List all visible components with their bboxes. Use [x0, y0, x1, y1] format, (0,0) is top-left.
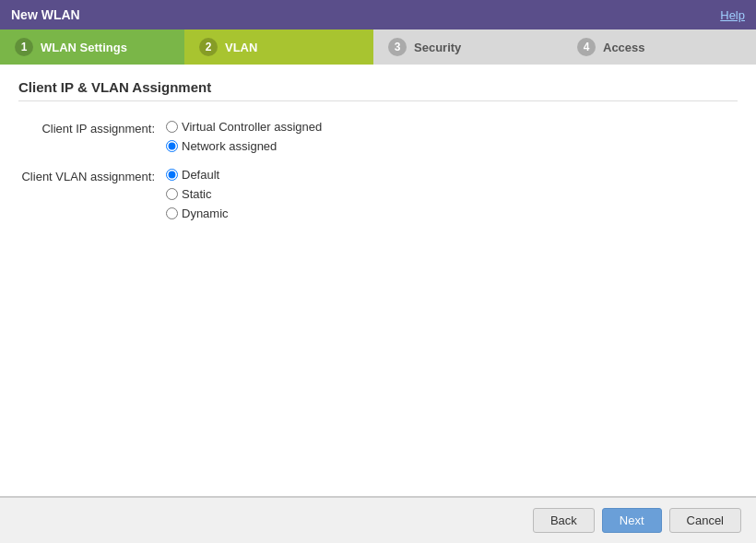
radio-virtual-controller[interactable]: Virtual Controller assigned — [166, 120, 322, 134]
radio-virtual-controller-input[interactable] — [166, 121, 178, 133]
title-bar: New WLAN Help — [0, 0, 756, 30]
step-num-1: 1 — [15, 38, 33, 56]
client-vlan-label: Client VLAN assignment: — [18, 168, 166, 183]
tab-wlan-settings[interactable]: 1 WLAN Settings — [0, 30, 184, 65]
cancel-button[interactable]: Cancel — [669, 508, 741, 533]
radio-network-assigned-label: Network assigned — [182, 139, 277, 153]
step-num-2: 2 — [199, 38, 218, 56]
radio-vlan-default-input[interactable] — [166, 169, 178, 181]
radio-network-assigned[interactable]: Network assigned — [166, 139, 322, 153]
radio-vlan-static[interactable]: Static — [166, 187, 229, 201]
radio-vlan-static-input[interactable] — [166, 188, 178, 200]
radio-vlan-dynamic[interactable]: Dynamic — [166, 207, 229, 220]
client-ip-label: Client IP assignment: — [18, 120, 166, 136]
client-ip-radio-group: Virtual Controller assigned Network assi… — [166, 120, 322, 153]
radio-virtual-controller-label: Virtual Controller assigned — [182, 120, 322, 134]
radio-vlan-static-label: Static — [182, 187, 212, 201]
client-ip-assignment-group: Client IP assignment: Virtual Controller… — [18, 120, 738, 153]
step-num-4: 4 — [577, 38, 596, 56]
section-title: Client IP & VLAN Assignment — [18, 79, 738, 101]
client-vlan-radio-group: Default Static Dynamic — [166, 168, 229, 220]
client-vlan-assignment-group: Client VLAN assignment: Default Static D… — [18, 168, 738, 220]
step-tabs: 1 WLAN Settings 2 VLAN 3 Security 4 Acce… — [0, 30, 756, 65]
radio-vlan-default-label: Default — [182, 168, 219, 182]
tab-security[interactable]: 3 Security — [373, 30, 562, 65]
tab-security-label: Security — [414, 41, 461, 54]
radio-vlan-dynamic-input[interactable] — [166, 207, 178, 219]
footer: Back Next Cancel — [0, 497, 756, 543]
main-content: Client IP & VLAN Assignment Client IP as… — [0, 65, 756, 497]
help-link[interactable]: Help — [720, 8, 745, 22]
tab-access[interactable]: 4 Access — [562, 30, 756, 65]
tab-wlan-settings-label: WLAN Settings — [41, 41, 127, 54]
window-title: New WLAN — [11, 7, 80, 22]
next-button[interactable]: Next — [602, 508, 662, 533]
radio-network-assigned-input[interactable] — [166, 140, 178, 152]
step-num-3: 3 — [388, 38, 407, 56]
radio-vlan-default[interactable]: Default — [166, 168, 229, 182]
tab-access-label: Access — [603, 41, 645, 54]
tab-vlan-label: VLAN — [225, 41, 257, 54]
radio-vlan-dynamic-label: Dynamic — [182, 207, 229, 220]
tab-vlan[interactable]: 2 VLAN — [184, 30, 373, 65]
back-button[interactable]: Back — [533, 508, 595, 533]
